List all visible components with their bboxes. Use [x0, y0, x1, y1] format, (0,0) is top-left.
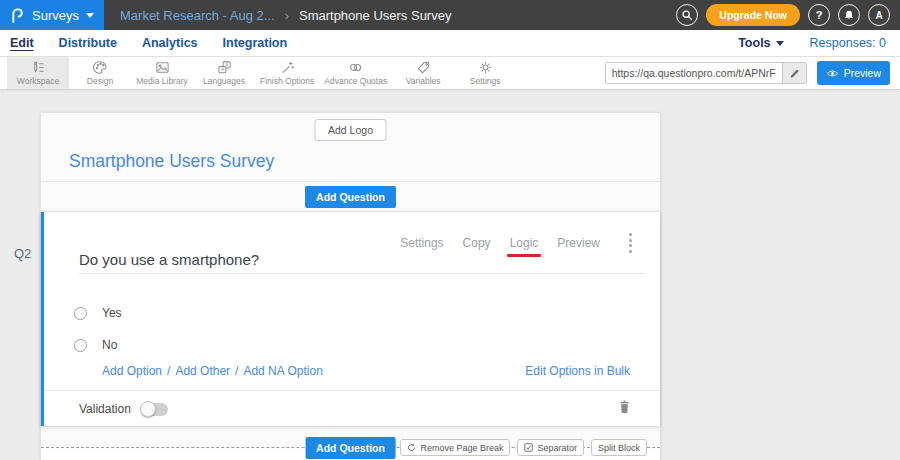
toolbar-right: Preview — [605, 57, 900, 89]
split-block-button[interactable]: Split Block — [591, 439, 647, 456]
eye-icon — [826, 69, 839, 78]
toolbar-item-settings[interactable]: Settings — [454, 57, 516, 89]
toolbar-item-media-library[interactable]: Media Library — [131, 57, 193, 89]
validation-label: Validation — [79, 402, 131, 416]
question-action-settings[interactable]: Settings — [400, 236, 443, 250]
tab-analytics[interactable]: Analytics — [142, 36, 198, 50]
separator-button[interactable]: Separator — [517, 439, 584, 456]
main-nav: Edit Distribute Analytics Integration To… — [0, 30, 900, 57]
add-option-link[interactable]: Add Option — [102, 364, 162, 378]
question-text[interactable]: Do you use a smartphone? — [79, 251, 259, 268]
trash-icon — [618, 399, 631, 414]
notifications-button[interactable] — [838, 4, 860, 26]
question-text-underline — [79, 273, 644, 274]
delete-question-button[interactable] — [618, 399, 631, 417]
editor-toolbar: Workspace Design Media Library Aa Langua… — [0, 57, 900, 90]
surveys-menu[interactable]: Surveys — [0, 0, 104, 30]
add-question-row-top: Add Question — [41, 182, 660, 212]
answer-option-yes[interactable]: Yes — [74, 306, 122, 320]
question-actions: Settings Copy Logic Preview — [400, 231, 634, 255]
tab-integration[interactable]: Integration — [223, 36, 288, 50]
survey-url-input[interactable] — [606, 63, 782, 83]
toolbar-item-variables[interactable]: Variables — [392, 57, 454, 89]
edit-options-in-bulk-link[interactable]: Edit Options in Bulk — [525, 364, 630, 378]
search-button[interactable] — [676, 4, 698, 26]
tools-menu[interactable]: Tools — [738, 36, 783, 50]
questionpro-survey-editor: Surveys Market Research - Aug 2... › Sma… — [0, 0, 900, 460]
page-break-controls: Remove Page Break Separator Split Block — [400, 439, 647, 456]
surveys-menu-label: Surveys — [32, 8, 79, 23]
search-icon — [681, 9, 693, 21]
question-action-logic[interactable]: Logic — [510, 236, 539, 250]
toolbar-item-workspace[interactable]: Workspace — [7, 57, 69, 89]
breadcrumb-separator-icon: › — [285, 8, 289, 23]
upgrade-now-button[interactable]: Upgrade Now — [706, 4, 800, 26]
design-palette-icon — [93, 60, 108, 75]
divider — [44, 390, 660, 391]
toolbar-item-design[interactable]: Design — [69, 57, 131, 89]
survey-page-card: Add Logo Smartphone Users Survey Add Que… — [40, 112, 661, 460]
answer-option-no[interactable]: No — [74, 338, 117, 352]
chevron-down-icon — [776, 41, 784, 46]
top-bar-actions: Upgrade Now ? A — [676, 4, 900, 26]
radio-button-icon[interactable] — [74, 307, 87, 320]
toolbar-item-advance-quotas[interactable]: Advance Quotas — [319, 57, 392, 89]
breadcrumb-project[interactable]: Market Research - Aug 2... — [120, 8, 275, 23]
add-question-button-top[interactable]: Add Question — [305, 186, 396, 208]
add-other-link[interactable]: Add Other — [175, 364, 230, 378]
quotas-chain-icon — [348, 60, 363, 75]
toggle-knob — [140, 401, 156, 417]
option-links: Add Option / Add Other / Add NA Option — [102, 364, 323, 378]
chevron-down-icon — [86, 13, 94, 18]
tools-menu-label: Tools — [738, 36, 770, 50]
validation-toggle[interactable] — [141, 403, 168, 416]
breadcrumb-survey: Smartphone Users Survey — [299, 8, 451, 23]
workspace-icon — [31, 60, 46, 75]
variables-tag-icon — [416, 60, 431, 75]
validation-row: Validation — [79, 402, 168, 416]
settings-gear-icon — [478, 60, 493, 75]
survey-title[interactable]: Smartphone Users Survey — [69, 151, 274, 172]
toolbar-item-languages[interactable]: Aa Languages — [193, 57, 255, 89]
question-action-copy[interactable]: Copy — [463, 236, 491, 250]
tab-distribute[interactable]: Distribute — [59, 36, 117, 50]
add-question-button-bottom[interactable]: Add Question — [305, 437, 396, 459]
radio-button-icon[interactable] — [74, 339, 87, 352]
refresh-icon — [407, 443, 416, 452]
breadcrumb: Market Research - Aug 2... › Smartphone … — [120, 8, 451, 23]
responses-count[interactable]: Responses: 0 — [810, 36, 886, 50]
toolbar-item-finish-options[interactable]: Finish Options — [255, 57, 319, 89]
checkbox-checked-icon — [524, 443, 533, 452]
help-button[interactable]: ? — [808, 4, 830, 26]
question-action-preview[interactable]: Preview — [557, 236, 600, 250]
survey-url-field — [605, 62, 807, 84]
nav-right: Tools Responses: 0 — [738, 36, 890, 50]
languages-translate-icon: Aa — [217, 60, 232, 75]
link-separator: / — [235, 364, 238, 378]
add-na-option-link[interactable]: Add NA Option — [243, 364, 322, 378]
account-avatar[interactable]: A — [868, 4, 890, 26]
tab-edit[interactable]: Edit — [10, 36, 34, 50]
svg-text:a: a — [225, 62, 228, 67]
question-number-label: Q2 — [14, 246, 31, 261]
finish-wand-icon — [280, 60, 295, 75]
pencil-icon — [789, 68, 800, 79]
remove-page-break-button[interactable]: Remove Page Break — [400, 439, 510, 456]
survey-header-section: Add Logo Smartphone Users Survey — [41, 113, 660, 182]
add-logo-button[interactable]: Add Logo — [314, 119, 387, 141]
top-bar: Surveys Market Research - Aug 2... › Sma… — [0, 0, 900, 30]
media-image-icon — [155, 60, 170, 75]
bell-icon — [843, 9, 855, 22]
more-options-icon[interactable] — [627, 231, 634, 255]
edit-url-button[interactable] — [782, 63, 806, 83]
questionpro-logo-icon — [9, 6, 24, 24]
link-separator: / — [167, 364, 170, 378]
preview-button[interactable]: Preview — [817, 61, 890, 85]
question-block: Settings Copy Logic Preview Do you use a… — [41, 212, 660, 426]
